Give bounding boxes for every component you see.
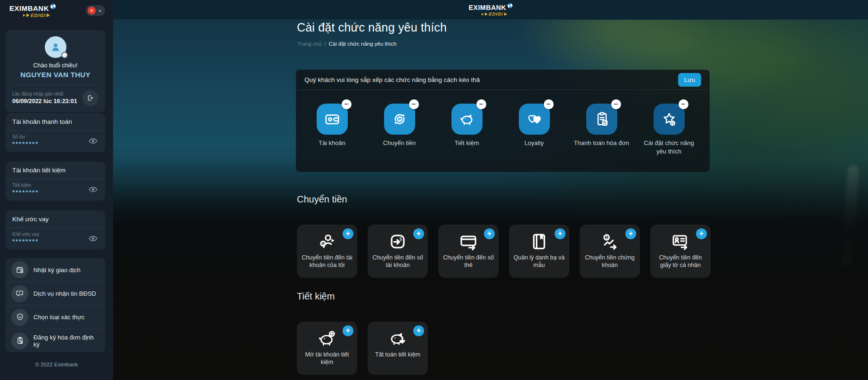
menu-item-transaction-log[interactable]: Nhật ký giao dịch (6, 258, 105, 282)
header-eximbank-logo: EXIMBANK EDIGI (468, 4, 512, 17)
feature-card-transfer-account-number[interactable]: + $ Chuyển tiền đến số tài khoản (368, 225, 428, 278)
star-plus-icon (661, 111, 678, 128)
favorite-item-favorite-settings: − Cài đặt chức năng yêu thích (635, 104, 703, 155)
menu-item-balance-alerts[interactable]: $ Dịch vụ nhận tin BĐSD (6, 282, 105, 305)
add-favorite-badge[interactable]: + (343, 228, 353, 239)
favorite-label: Thanh toán hóa đơn (574, 139, 630, 147)
main-area: EXIMBANK EDIGI Cài đặt chức năng yêu thí… (113, 0, 868, 380)
bill-recurring-icon (11, 332, 28, 349)
add-favorite-badge[interactable]: + (484, 228, 495, 239)
piggy-down-icon (388, 329, 408, 348)
favorite-item-transfer: $ − Chuyển tiền (366, 104, 433, 155)
feature-card-transfer-personal-id[interactable]: + Chuyển tiền đến giấy tờ cá nhân (650, 225, 711, 278)
breadcrumb-current: Cài đặt chức năng yêu thích (329, 41, 397, 47)
menu-item-label: Chọn loại xác thực (33, 314, 84, 321)
savings-cards-row: + Mở tài khoản tiết kiệm + (297, 322, 428, 375)
show-balance-button[interactable] (88, 186, 98, 194)
remove-favorite-badge[interactable]: − (342, 99, 352, 109)
favorite-tile[interactable]: − (317, 104, 348, 135)
copyright: © 2022 Eximbank (0, 362, 113, 367)
remove-favorite-badge[interactable]: − (679, 99, 688, 109)
feature-card-label: Mở tài khoản tiết kiệm (297, 351, 357, 366)
remove-favorite-badge[interactable]: − (476, 99, 486, 109)
show-balance-button[interactable] (88, 234, 98, 243)
favorite-tile[interactable]: − (519, 104, 550, 135)
remove-favorite-badge[interactable]: − (611, 99, 621, 109)
add-favorite-badge[interactable]: + (343, 325, 353, 336)
breadcrumb: Trang chủ / Cài đặt chức năng yêu thích (297, 41, 396, 47)
id-transfer-icon (671, 232, 690, 251)
masked-balance: ******** (12, 189, 39, 196)
add-favorite-badge[interactable]: + (696, 228, 707, 239)
person-icon (49, 41, 62, 53)
svg-text:$: $ (606, 235, 608, 240)
edigi-arrow-icon (23, 14, 25, 17)
svg-text:$: $ (398, 117, 401, 121)
svg-text:$: $ (399, 236, 402, 242)
add-favorite-badge[interactable]: + (625, 228, 636, 239)
account-card-title: Tài khoản tiết kiệm (6, 162, 105, 179)
chevron-down-icon (98, 8, 102, 13)
last-login-label: Lần đăng nhập gần nhất (12, 91, 77, 97)
shield-check-icon (11, 309, 28, 326)
account-card-title: Khế ước vay (6, 210, 105, 228)
favorite-tile[interactable]: − (654, 104, 685, 135)
favorites-panel: Quý khách vui lòng sắp xếp các chức năng… (296, 70, 710, 172)
favorite-item-loyalty: − Loyalty (500, 104, 568, 155)
last-login-value: 06/09/2022 lúc 16:23:01 (12, 98, 77, 105)
greeting-text: Chào buổi chiều! (12, 62, 98, 69)
show-balance-button[interactable] (88, 137, 98, 145)
menu-item-auth-method[interactable]: Chọn loại xác thực (6, 305, 105, 329)
menu-item-recurring-bill[interactable]: Đăng ký hóa đơn định kỳ (6, 329, 105, 352)
section-title-savings: Tiết kiệm (297, 291, 335, 302)
menu-item-label: Nhật ký giao dịch (33, 267, 81, 274)
breadcrumb-home-link[interactable]: Trang chủ (297, 41, 321, 47)
balance-label: Tiết kiệm (12, 183, 39, 188)
vietnam-flag-icon: ★ (88, 7, 96, 15)
balance-label: Số dư (12, 134, 39, 139)
favorite-tile[interactable]: − (451, 104, 483, 135)
feature-card-label: Chuyển tiền đến giấy tờ cá nhân (650, 254, 711, 269)
account-card-payment: Tài khoản thanh toán Số dư ******** (6, 113, 105, 152)
feature-card-transfer-my-account[interactable]: + $ Chuyển tiền đến tài khoản của tôi (297, 225, 357, 278)
feature-card-label: Chuyển tiền đến tài khoản của tôi (297, 254, 357, 269)
favorite-label: Cài đặt chức năng yêu thích (641, 139, 697, 155)
add-favorite-badge[interactable]: + (413, 325, 424, 336)
brand-sub: EDIGI (488, 12, 503, 16)
balance-label: Khế ước vay (12, 232, 39, 237)
save-button[interactable]: Lưu (678, 73, 701, 87)
remove-favorite-badge[interactable]: − (409, 99, 419, 109)
favorite-tile[interactable]: − (586, 104, 617, 135)
breadcrumb-separator: / (324, 41, 326, 47)
feature-card-close-savings[interactable]: + Tất toán tiết kiệm (368, 322, 428, 375)
remove-favorite-badge[interactable]: − (544, 99, 554, 109)
svg-text:$: $ (19, 291, 20, 294)
brand-name: EXIMBANK (468, 4, 506, 11)
page-content: Cài đặt chức năng yêu thích Trang chủ / … (113, 0, 868, 380)
camera-icon[interactable] (61, 52, 68, 58)
feature-card-label: Chuyển tiền chứng khoán (580, 254, 640, 269)
contacts-icon (529, 232, 549, 251)
logout-button[interactable] (82, 90, 98, 106)
feature-card-transfer-card-number[interactable]: + Chuyển tiền đến số thẻ (438, 225, 499, 278)
add-favorite-badge[interactable]: + (555, 228, 565, 239)
masked-balance: ******** (12, 238, 39, 245)
brand-sub: EDIGI (30, 13, 46, 18)
piggy-icon (459, 111, 475, 128)
feature-card-label: Chuyển tiền đến số thẻ (438, 254, 499, 269)
feature-card-open-savings[interactable]: + Mở tài khoản tiết kiệm (297, 322, 357, 375)
feature-card-label: Quản lý danh bạ và mẫu (509, 254, 569, 269)
pinwheel-logo-icon (508, 3, 512, 8)
favorite-tile[interactable]: $ − (384, 104, 415, 135)
piggy-plus-icon (317, 329, 337, 348)
feature-card-label: Chuyển tiền đến số tài khoản (368, 254, 428, 269)
feature-card-contacts-templates[interactable]: + Quản lý danh bạ và mẫu (509, 225, 569, 278)
edigi-arrow-icon (504, 12, 508, 16)
add-favorite-badge[interactable]: + (413, 228, 424, 239)
favorites-row: − Tài khoản $ (296, 90, 710, 155)
header-bar: EXIMBANK EDIGI (113, 0, 868, 20)
language-selector[interactable]: ★ (86, 5, 105, 16)
calendar-clock-icon (11, 261, 28, 278)
favorite-item-savings: − Tiết kiệm (433, 104, 500, 155)
feature-card-securities-transfer[interactable]: + $ Chuyển tiền chứng khoán (580, 225, 640, 278)
